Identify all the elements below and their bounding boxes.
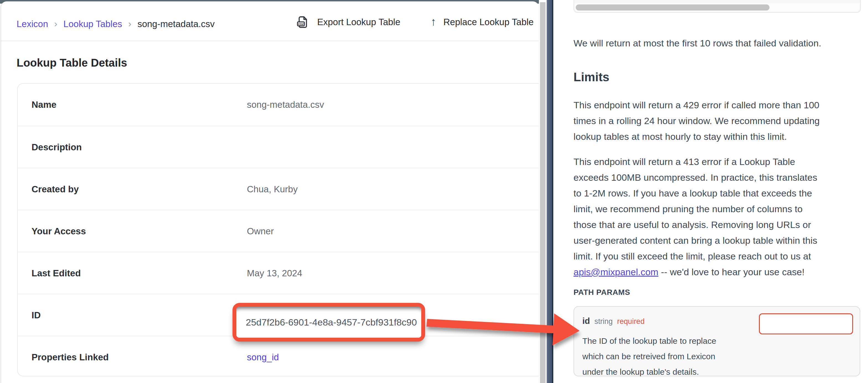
header-divider: [1, 41, 539, 41]
row-value: May 13, 2024: [247, 268, 302, 279]
screenshot-canvas: Lexicon › Lookup Tables › song-metadata.…: [0, 0, 868, 383]
paragraph-line: limit, we recommend pruning the number o…: [574, 201, 817, 217]
id-annotation-red-box: 25d7f2b6-6901-4e8a-9457-7cbf931f8c90: [232, 303, 425, 342]
paragraph-line: those that are useful to analysis. Remov…: [574, 217, 817, 233]
song-id-link[interactable]: song_id: [247, 352, 279, 362]
table-row-name: Name song-metadata.csv: [18, 84, 539, 126]
param-description: The ID of the lookup table to replace wh…: [582, 333, 737, 380]
table-row-your-access: Your Access Owner: [18, 210, 539, 252]
csv-file-icon: csv: [296, 15, 310, 29]
row-label: Your Access: [32, 226, 86, 237]
path-params-section-label: PATH PARAMS: [574, 288, 630, 297]
apis-mixpanel-email-link[interactable]: apis@mixpanel.com: [574, 267, 658, 277]
limits-paragraph-413: This endpoint will return a 413 error if…: [574, 154, 817, 280]
table-row-description: Description: [18, 126, 539, 168]
path-param-card: id string required The ID of the lookup …: [574, 306, 860, 376]
paragraph-line: apis@mixpanel.com -- we'd love to hear y…: [574, 264, 817, 280]
param-description-line: which can be retreived from Lexicon: [582, 349, 737, 364]
row-value: song-metadata.csv: [247, 100, 324, 110]
code-scrollbar-track: [575, 3, 860, 11]
breadcrumb-current-page: song-metadata.csv: [137, 19, 215, 29]
export-lookup-table-button[interactable]: csv Export Lookup Table: [296, 14, 400, 30]
breadcrumb-separator-icon: ›: [128, 18, 131, 29]
window-divider: [547, 0, 553, 383]
param-required-badge: required: [617, 317, 645, 326]
param-name: id: [582, 316, 590, 326]
row-label: Description: [32, 142, 82, 152]
table-row-last-edited: Last Edited May 13, 2024: [18, 252, 539, 294]
svg-text:csv: csv: [298, 22, 304, 26]
code-block-bottom: [574, 0, 861, 13]
page-title: Lookup Table Details: [17, 57, 127, 69]
export-button-label: Export Lookup Table: [317, 17, 400, 27]
limits-paragraph-429: This endpoint will return a 429 error if…: [574, 97, 820, 144]
left-window-scrollbar[interactable]: [540, 2, 546, 383]
param-header: id string required: [582, 316, 645, 326]
paragraph-line: This endpoint will return a 413 error if…: [574, 154, 817, 170]
code-scrollbar[interactable]: [576, 4, 770, 10]
param-type: string: [594, 317, 613, 326]
row-label: Last Edited: [32, 268, 81, 279]
paragraph-line: lookup tables at most hourly to stay wit…: [574, 129, 820, 144]
paragraph-line: exceeds 100MB uncompressed. In practice,…: [574, 170, 817, 185]
row-label: Name: [32, 100, 57, 110]
row-value: Chua, Kurby: [247, 184, 298, 195]
table-row-created-by: Created by Chua, Kurby: [18, 168, 539, 210]
param-description-line: under the lookup table's details.: [582, 364, 737, 380]
paragraph-line-tail: -- we'd love to hear your use case!: [658, 267, 805, 277]
lookup-table-details-window: Lexicon › Lookup Tables › song-metadata.…: [1, 1, 539, 383]
lookup-table-id-value: 25d7f2b6-6901-4e8a-9457-7cbf931f8c90: [237, 307, 421, 338]
param-description-line: The ID of the lookup table to replace: [582, 333, 737, 349]
row-label: ID: [32, 310, 41, 320]
replace-lookup-table-button[interactable]: ↑ Replace Lookup Table: [431, 14, 534, 30]
docs-intro-text: We will return at most the first 10 rows…: [574, 35, 821, 51]
row-label: Properties Linked: [32, 352, 109, 362]
paragraph-line: This endpoint will return a 429 error if…: [574, 97, 820, 113]
paragraph-line: user-generated content can bring a looku…: [574, 233, 817, 248]
paragraph-line: times in a rolling 24 hour window. We re…: [574, 113, 820, 129]
breadcrumb-separator-icon: ›: [54, 18, 57, 29]
param-id-input[interactable]: [759, 313, 853, 334]
row-value: Owner: [247, 226, 274, 237]
paragraph-line: to 1-2M rows. If you have a lookup table…: [574, 185, 817, 201]
replace-button-label: Replace Lookup Table: [443, 17, 534, 27]
paragraph-line: limit. If you still exceed the limit, pl…: [574, 248, 817, 264]
limits-heading: Limits: [574, 70, 610, 84]
row-label: Created by: [32, 184, 79, 195]
upload-arrow-icon: ↑: [431, 15, 436, 28]
breadcrumb: Lexicon › Lookup Tables › song-metadata.…: [17, 17, 215, 31]
breadcrumb-lexicon-link[interactable]: Lexicon: [17, 19, 48, 29]
breadcrumb-lookup-tables-link[interactable]: Lookup Tables: [63, 19, 122, 29]
table-row-properties-linked: Properties Linked song_id: [18, 336, 539, 378]
